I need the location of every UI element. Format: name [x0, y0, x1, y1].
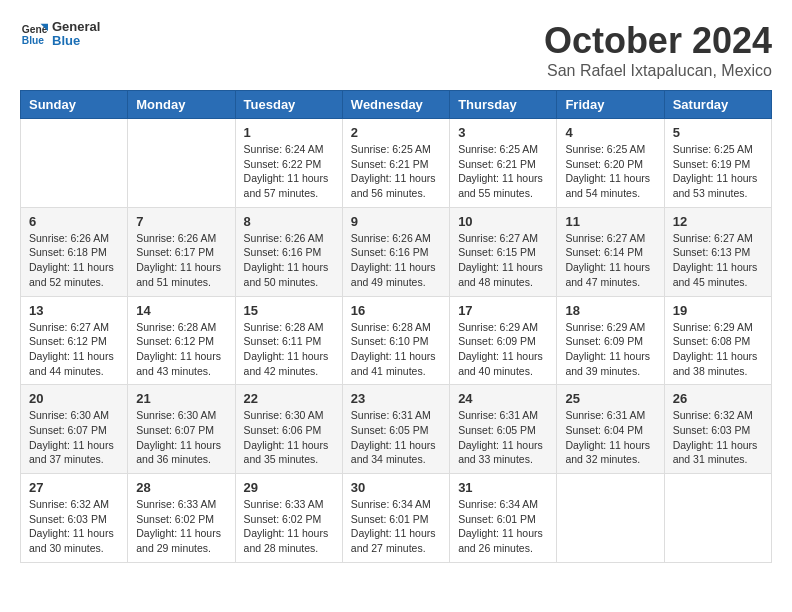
- calendar-cell: 28Sunrise: 6:33 AM Sunset: 6:02 PM Dayli…: [128, 474, 235, 563]
- day-detail: Sunrise: 6:31 AM Sunset: 6:04 PM Dayligh…: [565, 408, 655, 467]
- calendar-cell: 27Sunrise: 6:32 AM Sunset: 6:03 PM Dayli…: [21, 474, 128, 563]
- calendar-cell: 14Sunrise: 6:28 AM Sunset: 6:12 PM Dayli…: [128, 296, 235, 385]
- day-number: 20: [29, 391, 119, 406]
- day-detail: Sunrise: 6:30 AM Sunset: 6:07 PM Dayligh…: [29, 408, 119, 467]
- day-number: 18: [565, 303, 655, 318]
- logo: General Blue General Blue: [20, 20, 100, 49]
- day-detail: Sunrise: 6:26 AM Sunset: 6:16 PM Dayligh…: [351, 231, 441, 290]
- calendar-cell: 12Sunrise: 6:27 AM Sunset: 6:13 PM Dayli…: [664, 207, 771, 296]
- calendar-table: SundayMondayTuesdayWednesdayThursdayFrid…: [20, 90, 772, 563]
- day-number: 13: [29, 303, 119, 318]
- day-detail: Sunrise: 6:32 AM Sunset: 6:03 PM Dayligh…: [29, 497, 119, 556]
- day-number: 2: [351, 125, 441, 140]
- logo-blue-text: Blue: [52, 34, 100, 48]
- day-number: 17: [458, 303, 548, 318]
- calendar-cell: 3Sunrise: 6:25 AM Sunset: 6:21 PM Daylig…: [450, 119, 557, 208]
- day-detail: Sunrise: 6:24 AM Sunset: 6:22 PM Dayligh…: [244, 142, 334, 201]
- logo-general-text: General: [52, 20, 100, 34]
- day-number: 5: [673, 125, 763, 140]
- calendar-cell: [128, 119, 235, 208]
- day-number: 14: [136, 303, 226, 318]
- calendar-cell: 30Sunrise: 6:34 AM Sunset: 6:01 PM Dayli…: [342, 474, 449, 563]
- calendar-cell: 4Sunrise: 6:25 AM Sunset: 6:20 PM Daylig…: [557, 119, 664, 208]
- day-detail: Sunrise: 6:27 AM Sunset: 6:13 PM Dayligh…: [673, 231, 763, 290]
- svg-text:Blue: Blue: [22, 36, 45, 47]
- calendar-cell: [557, 474, 664, 563]
- calendar-cell: 31Sunrise: 6:34 AM Sunset: 6:01 PM Dayli…: [450, 474, 557, 563]
- day-detail: Sunrise: 6:31 AM Sunset: 6:05 PM Dayligh…: [351, 408, 441, 467]
- calendar-cell: 19Sunrise: 6:29 AM Sunset: 6:08 PM Dayli…: [664, 296, 771, 385]
- calendar-week-row: 20Sunrise: 6:30 AM Sunset: 6:07 PM Dayli…: [21, 385, 772, 474]
- calendar-cell: 20Sunrise: 6:30 AM Sunset: 6:07 PM Dayli…: [21, 385, 128, 474]
- day-detail: Sunrise: 6:28 AM Sunset: 6:12 PM Dayligh…: [136, 320, 226, 379]
- day-detail: Sunrise: 6:27 AM Sunset: 6:15 PM Dayligh…: [458, 231, 548, 290]
- day-number: 30: [351, 480, 441, 495]
- page-header: General Blue General Blue October 2024 S…: [20, 20, 772, 80]
- day-detail: Sunrise: 6:25 AM Sunset: 6:19 PM Dayligh…: [673, 142, 763, 201]
- calendar-week-row: 6Sunrise: 6:26 AM Sunset: 6:18 PM Daylig…: [21, 207, 772, 296]
- day-detail: Sunrise: 6:34 AM Sunset: 6:01 PM Dayligh…: [458, 497, 548, 556]
- day-number: 11: [565, 214, 655, 229]
- day-number: 8: [244, 214, 334, 229]
- calendar-cell: 22Sunrise: 6:30 AM Sunset: 6:06 PM Dayli…: [235, 385, 342, 474]
- title-area: October 2024 San Rafael Ixtapalucan, Mex…: [544, 20, 772, 80]
- day-number: 4: [565, 125, 655, 140]
- day-detail: Sunrise: 6:33 AM Sunset: 6:02 PM Dayligh…: [136, 497, 226, 556]
- day-detail: Sunrise: 6:25 AM Sunset: 6:21 PM Dayligh…: [351, 142, 441, 201]
- calendar-cell: 10Sunrise: 6:27 AM Sunset: 6:15 PM Dayli…: [450, 207, 557, 296]
- day-detail: Sunrise: 6:25 AM Sunset: 6:21 PM Dayligh…: [458, 142, 548, 201]
- calendar-cell: 16Sunrise: 6:28 AM Sunset: 6:10 PM Dayli…: [342, 296, 449, 385]
- day-detail: Sunrise: 6:31 AM Sunset: 6:05 PM Dayligh…: [458, 408, 548, 467]
- calendar-cell: 7Sunrise: 6:26 AM Sunset: 6:17 PM Daylig…: [128, 207, 235, 296]
- day-number: 27: [29, 480, 119, 495]
- calendar-cell: 11Sunrise: 6:27 AM Sunset: 6:14 PM Dayli…: [557, 207, 664, 296]
- day-number: 6: [29, 214, 119, 229]
- day-detail: Sunrise: 6:27 AM Sunset: 6:14 PM Dayligh…: [565, 231, 655, 290]
- day-detail: Sunrise: 6:29 AM Sunset: 6:09 PM Dayligh…: [458, 320, 548, 379]
- day-detail: Sunrise: 6:26 AM Sunset: 6:18 PM Dayligh…: [29, 231, 119, 290]
- day-detail: Sunrise: 6:30 AM Sunset: 6:06 PM Dayligh…: [244, 408, 334, 467]
- weekday-header-sunday: Sunday: [21, 91, 128, 119]
- weekday-header-monday: Monday: [128, 91, 235, 119]
- calendar-cell: 13Sunrise: 6:27 AM Sunset: 6:12 PM Dayli…: [21, 296, 128, 385]
- calendar-cell: [21, 119, 128, 208]
- calendar-cell: 6Sunrise: 6:26 AM Sunset: 6:18 PM Daylig…: [21, 207, 128, 296]
- day-number: 22: [244, 391, 334, 406]
- day-number: 7: [136, 214, 226, 229]
- calendar-cell: [664, 474, 771, 563]
- day-number: 12: [673, 214, 763, 229]
- calendar-header-row: SundayMondayTuesdayWednesdayThursdayFrid…: [21, 91, 772, 119]
- day-number: 15: [244, 303, 334, 318]
- weekday-header-friday: Friday: [557, 91, 664, 119]
- day-number: 3: [458, 125, 548, 140]
- calendar-cell: 25Sunrise: 6:31 AM Sunset: 6:04 PM Dayli…: [557, 385, 664, 474]
- location-title: San Rafael Ixtapalucan, Mexico: [544, 62, 772, 80]
- day-detail: Sunrise: 6:32 AM Sunset: 6:03 PM Dayligh…: [673, 408, 763, 467]
- day-number: 1: [244, 125, 334, 140]
- calendar-cell: 15Sunrise: 6:28 AM Sunset: 6:11 PM Dayli…: [235, 296, 342, 385]
- day-number: 23: [351, 391, 441, 406]
- calendar-cell: 8Sunrise: 6:26 AM Sunset: 6:16 PM Daylig…: [235, 207, 342, 296]
- calendar-cell: 23Sunrise: 6:31 AM Sunset: 6:05 PM Dayli…: [342, 385, 449, 474]
- day-number: 16: [351, 303, 441, 318]
- calendar-week-row: 1Sunrise: 6:24 AM Sunset: 6:22 PM Daylig…: [21, 119, 772, 208]
- day-number: 29: [244, 480, 334, 495]
- calendar-cell: 1Sunrise: 6:24 AM Sunset: 6:22 PM Daylig…: [235, 119, 342, 208]
- weekday-header-thursday: Thursday: [450, 91, 557, 119]
- day-number: 28: [136, 480, 226, 495]
- day-number: 31: [458, 480, 548, 495]
- day-detail: Sunrise: 6:25 AM Sunset: 6:20 PM Dayligh…: [565, 142, 655, 201]
- weekday-header-tuesday: Tuesday: [235, 91, 342, 119]
- day-detail: Sunrise: 6:26 AM Sunset: 6:16 PM Dayligh…: [244, 231, 334, 290]
- day-detail: Sunrise: 6:29 AM Sunset: 6:08 PM Dayligh…: [673, 320, 763, 379]
- day-number: 21: [136, 391, 226, 406]
- day-detail: Sunrise: 6:29 AM Sunset: 6:09 PM Dayligh…: [565, 320, 655, 379]
- logo-icon: General Blue: [20, 20, 48, 48]
- day-detail: Sunrise: 6:33 AM Sunset: 6:02 PM Dayligh…: [244, 497, 334, 556]
- day-number: 26: [673, 391, 763, 406]
- day-detail: Sunrise: 6:34 AM Sunset: 6:01 PM Dayligh…: [351, 497, 441, 556]
- day-detail: Sunrise: 6:30 AM Sunset: 6:07 PM Dayligh…: [136, 408, 226, 467]
- calendar-cell: 5Sunrise: 6:25 AM Sunset: 6:19 PM Daylig…: [664, 119, 771, 208]
- calendar-cell: 9Sunrise: 6:26 AM Sunset: 6:16 PM Daylig…: [342, 207, 449, 296]
- day-detail: Sunrise: 6:28 AM Sunset: 6:11 PM Dayligh…: [244, 320, 334, 379]
